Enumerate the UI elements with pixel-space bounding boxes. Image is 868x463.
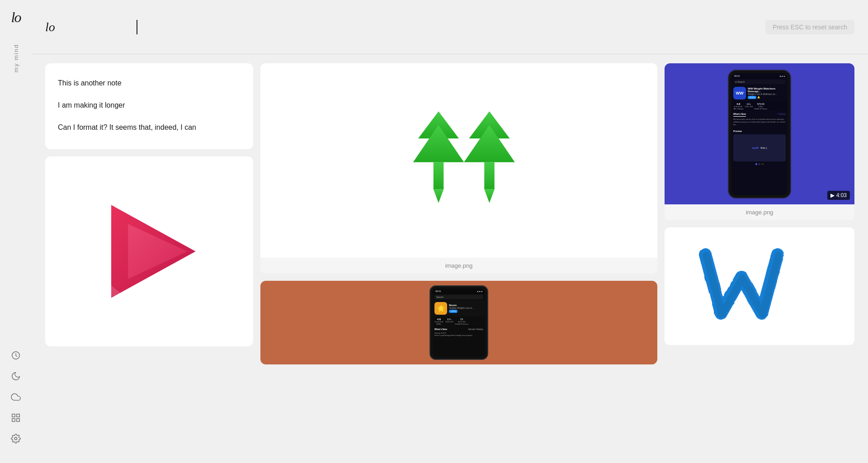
note-line-1: This is another note [58,77,241,89]
svg-marker-11 [464,125,515,162]
svg-marker-13 [484,189,495,203]
header: Press ESC to reset search [32,0,868,54]
ww-card[interactable]: 09:41● ● ● ⬅ Search WW WW Weight Watcher… [665,63,854,220]
cursor-blink [137,20,137,34]
green-arrows-label: image.png [260,258,657,274]
note-line-3: Can I format it? It seems that, indeed, … [58,121,241,133]
w-logo-svg [692,241,827,331]
settings-icon[interactable] [9,432,22,445]
clock-icon[interactable] [9,349,22,362]
grid-icon[interactable] [9,411,22,424]
col-3: 09:41● ● ● ⬅ Search WW WW Weight Watcher… [665,63,854,345]
video-duration: 4:03 [836,192,847,198]
w-logo-card[interactable] [665,227,854,345]
content-grid: This is another note I am making it long… [45,63,854,364]
main-content: Press ESC to reset search This is anothe… [32,0,868,463]
app-name: my mind [13,44,19,72]
sidebar-bottom-icons [9,349,22,445]
video-timer: ▶ 4:03 [827,191,850,200]
content-area: This is another note I am making it long… [32,54,868,463]
svg-marker-9 [434,189,444,203]
w-logo-content [665,227,854,345]
svg-rect-2 [17,414,19,417]
svg-rect-8 [434,162,444,189]
svg-rect-4 [17,419,19,421]
search-hint: Press ESC to reset search [765,20,854,34]
svg-rect-1 [12,414,15,417]
green-arrows-svg [391,97,527,224]
ww-card-label: image.png [665,204,854,220]
sidebar: lo my mind [0,0,32,463]
note-line-2: I am making it longer [58,99,241,111]
col-2: image.png 09:41● ● ● [260,63,657,364]
search-area[interactable] [45,20,854,34]
play-svg [86,188,212,315]
svg-rect-3 [12,419,15,421]
play-icon-card[interactable] [45,156,253,346]
svg-marker-7 [413,125,464,162]
green-arrows-card[interactable]: image.png [260,63,657,274]
svg-rect-12 [484,162,495,189]
moon-icon[interactable] [9,370,22,383]
cloud-icon[interactable] [9,391,22,403]
col-1: This is another note I am making it long… [45,63,253,346]
play-icon-content [45,156,253,346]
noom-content: 09:41● ● ● Search 🌟 Noom Healthy Weigh [260,281,657,364]
green-arrows-content [260,63,657,258]
noom-card[interactable]: 09:41● ● ● Search 🌟 Noom Healthy Weigh [260,281,657,364]
app-logo[interactable]: lo [11,9,21,26]
ww-content: 09:41● ● ● ⬅ Search WW WW Weight Watcher… [665,63,854,204]
search-input[interactable] [45,20,136,34]
note-card[interactable]: This is another note I am making it long… [45,63,253,149]
svg-point-5 [14,437,17,440]
